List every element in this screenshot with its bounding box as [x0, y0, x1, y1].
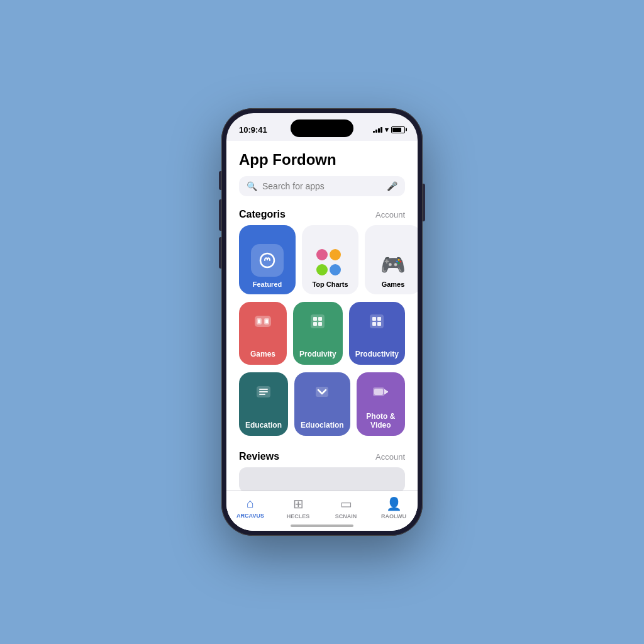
grid-row1: Games Produivity [239, 302, 405, 365]
reviews-section-header: Reviews Account [226, 443, 418, 467]
svg-rect-8 [318, 317, 322, 321]
tab-raolwu-label: RAOLWU [381, 513, 406, 519]
tab-hecles[interactable]: ⊞ HECLES [281, 496, 316, 519]
svg-rect-15 [377, 322, 381, 326]
productivity2-icon [366, 311, 387, 336]
productivity2-label: Productivity [355, 350, 399, 358]
home-indicator [291, 525, 353, 527]
games-icon [252, 311, 274, 336]
education2-label: Eduoclation [301, 421, 344, 430]
home-icon: ⌂ [247, 496, 254, 511]
education2-icon [311, 381, 333, 407]
featured-label: Featured [253, 280, 282, 288]
status-time: 10:9:41 [239, 125, 267, 135]
reviews-label: Reviews [239, 451, 279, 462]
wifi-icon: ▾ [385, 126, 389, 134]
category-card-games-top[interactable]: 🎮 Games [365, 225, 418, 294]
grid-section-row2: Education Eduoclation [226, 372, 418, 443]
svg-rect-7 [313, 317, 317, 321]
productivity1-icon [307, 311, 328, 336]
profile-icon: 👤 [386, 496, 402, 511]
education-icon [253, 381, 274, 407]
svg-rect-4 [258, 319, 260, 323]
tab-hecles-label: HECLES [287, 513, 310, 519]
categories-label: Categoris [239, 209, 286, 220]
svg-rect-19 [259, 394, 265, 395]
app-title: App Fordown [239, 151, 405, 169]
app-header: App Fordown 🔍 🎤 [226, 141, 418, 201]
education-label: Education [245, 421, 282, 430]
grid-card-productivity1[interactable]: Produivity [293, 302, 343, 365]
review-placeholder [239, 467, 405, 492]
search-input[interactable] [262, 181, 382, 191]
category-scroll[interactable]: Featured Top Charts 🎮 Games [226, 225, 418, 302]
category-card-top-charts[interactable]: Top Charts [302, 225, 358, 294]
svg-rect-14 [372, 322, 376, 326]
grid-card-photo-video[interactable]: Photo & Video [357, 372, 405, 436]
svg-rect-5 [265, 319, 268, 323]
photo-video-label: Photo & Video [363, 412, 399, 430]
svg-rect-6 [311, 314, 325, 328]
grid-card-productivity2[interactable]: Productivity [349, 302, 405, 365]
power-button[interactable] [423, 184, 425, 221]
search-bar[interactable]: 🔍 🎤 [239, 176, 405, 196]
search-tab-icon: ▭ [340, 496, 352, 511]
grid-card-education2[interactable]: Eduoclation [294, 372, 350, 436]
tab-raolwu[interactable]: 👤 RAOLWU [377, 496, 411, 519]
tab-arcavus-label: ARCAVUS [236, 513, 264, 519]
categories-section-header: Categoris Account [226, 201, 418, 225]
tab-scnain-label: SCNAIN [335, 513, 357, 519]
categories-action[interactable]: Account [375, 210, 405, 219]
grid-card-education[interactable]: Education [239, 372, 288, 436]
svg-rect-13 [377, 317, 381, 321]
svg-rect-12 [372, 317, 376, 321]
grid-icon: ⊞ [293, 496, 304, 511]
signal-icon [373, 126, 382, 133]
mic-icon[interactable]: 🎤 [387, 181, 397, 191]
svg-rect-22 [374, 389, 383, 395]
battery-icon [391, 126, 405, 133]
photo-video-icon [370, 381, 391, 407]
productivity1-label: Produivity [299, 350, 336, 358]
volume-up-button[interactable] [219, 199, 221, 231]
svg-rect-9 [313, 322, 317, 326]
phone-screen: 10:9:41 ▾ App Fordown [226, 113, 418, 531]
svg-rect-20 [316, 387, 328, 397]
status-icons: ▾ [373, 126, 405, 134]
games-label: Games [250, 350, 275, 358]
search-icon: 🔍 [247, 181, 257, 191]
top-charts-label: Top Charts [312, 280, 348, 288]
volume-down-button[interactable] [219, 237, 221, 269]
svg-rect-11 [370, 314, 384, 328]
phone-device: 10:9:41 ▾ App Fordown [221, 108, 423, 536]
screen-content[interactable]: App Fordown 🔍 🎤 Categoris Account [226, 141, 418, 531]
mute-button[interactable] [219, 171, 221, 190]
reviews-action[interactable]: Account [375, 452, 405, 462]
svg-rect-18 [259, 391, 268, 392]
games-top-icon: 🎮 [380, 253, 406, 277]
svg-rect-17 [259, 389, 268, 390]
games-top-label: Games [382, 280, 405, 288]
top-charts-icon [316, 249, 344, 277]
grid-row2: Education Eduoclation [239, 372, 405, 436]
featured-icon [251, 244, 284, 277]
grid-section-row1: Games Produivity [226, 302, 418, 372]
dynamic-island [291, 119, 353, 137]
category-card-featured[interactable]: Featured [239, 225, 296, 294]
tab-scnain[interactable]: ▭ SCNAIN [329, 496, 364, 519]
svg-rect-10 [318, 322, 322, 326]
tab-arcavus[interactable]: ⌂ ARCAVUS [233, 496, 268, 519]
grid-card-games[interactable]: Games [239, 302, 287, 365]
